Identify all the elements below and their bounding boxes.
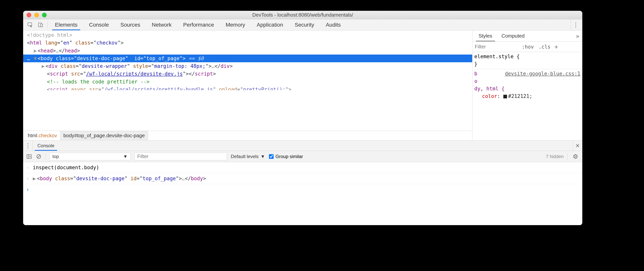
- console-result[interactable]: ‹ ▶ <body class="devsite-doc-page" id="t…: [23, 173, 582, 184]
- dom-tree[interactable]: <!doctype html> <html lang="en" class="c…: [23, 30, 472, 131]
- tab-performance[interactable]: Performance: [178, 19, 220, 30]
- expand-toggle-icon[interactable]: ▶: [41, 62, 46, 70]
- div-node[interactable]: ▶<div class="devsite-wrapper" style="mar…: [27, 62, 472, 70]
- tab-label: Performance: [183, 22, 214, 28]
- output-icon: ‹: [26, 174, 33, 183]
- doctype-node[interactable]: <!doctype html>: [27, 32, 72, 38]
- tab-label: Computed: [502, 33, 525, 39]
- collapse-toggle-icon[interactable]: ▼: [33, 54, 38, 62]
- divider: [48, 21, 48, 29]
- rule-selector-part: o: [474, 78, 580, 85]
- tab-label: Audits: [326, 22, 341, 28]
- styles-sidebar: Styles Computed » :hov .cls ＋ element.st…: [472, 30, 582, 140]
- console-filter-input[interactable]: [134, 153, 227, 160]
- inspect-element-icon[interactable]: [25, 19, 36, 30]
- script-node-2[interactable]: <script async src="/wf-local/scripts/pre…: [27, 86, 472, 90]
- drawer-tab-console[interactable]: Console: [33, 140, 59, 151]
- color-swatch[interactable]: [503, 95, 507, 98]
- style-rules[interactable]: element.style { } b devsite-google-blue.…: [472, 52, 582, 140]
- breadcrumb: html.checkov body#top_of_page.devsite-do…: [23, 131, 472, 140]
- tab-network[interactable]: Network: [146, 19, 178, 30]
- tab-label: Elements: [55, 22, 78, 28]
- script-node-1[interactable]: <script src="/wf-local/scripts/devsite-d…: [27, 70, 472, 78]
- show-sidebar-icon[interactable]: [26, 154, 32, 160]
- tab-label: Application: [257, 22, 283, 28]
- context-select[interactable]: top ▼: [50, 153, 130, 160]
- tab-security[interactable]: Security: [289, 19, 320, 30]
- console-toolbar: top ▼ Default levels ▼ Group similar 7 h…: [23, 151, 582, 162]
- prompt-icon: ›: [26, 185, 33, 194]
- console-drawer: ⋮ Console × top ▼ Default levels ▼: [23, 140, 582, 225]
- more-tabs-icon[interactable]: »: [576, 30, 582, 42]
- context-value: top: [52, 154, 59, 159]
- body-node-selected[interactable]: … ▼<body class="devsite-doc-page" id="to…: [23, 54, 472, 62]
- more-menu-icon[interactable]: ⋮: [571, 19, 580, 30]
- rule-selector-part: dy, html {: [474, 86, 504, 92]
- expand-toggle-icon[interactable]: ▶: [33, 174, 36, 183]
- rule-source-link[interactable]: devsite-google-blue.css:1: [505, 70, 580, 78]
- close-drawer-icon[interactable]: ×: [573, 140, 582, 151]
- drawer-tab-strip: ⋮ Console ×: [23, 140, 582, 151]
- computed-tab[interactable]: Computed: [497, 30, 529, 42]
- window-titlebar: DevTools - localhost:8080/web/fundamenta…: [23, 11, 582, 19]
- group-similar-checkbox[interactable]: Group similar: [269, 154, 303, 159]
- styles-filter-input[interactable]: [475, 43, 519, 50]
- styles-filter-bar: :hov .cls ＋: [472, 42, 582, 52]
- divider: [568, 153, 568, 160]
- svg-line-6: [38, 155, 40, 158]
- drawer-menu-icon[interactable]: ⋮: [23, 140, 33, 151]
- console-input-echo[interactable]: › inspect(document.body): [23, 162, 582, 173]
- devtools-window: DevTools - localhost:8080/web/fundamenta…: [23, 11, 582, 225]
- group-similar-input[interactable]: [269, 154, 274, 159]
- divider: [46, 153, 46, 160]
- group-similar-label: Group similar: [276, 154, 303, 159]
- rule-selector: element.style {: [474, 54, 520, 59]
- tab-sources[interactable]: Sources: [114, 19, 146, 30]
- tab-memory[interactable]: Memory: [220, 19, 251, 30]
- tab-application[interactable]: Application: [251, 19, 289, 30]
- head-node[interactable]: ▶<head>…</head>: [27, 47, 472, 54]
- new-style-rule-icon[interactable]: ＋: [553, 42, 559, 51]
- comment-node[interactable]: <!-- loads the code prettifier -->: [27, 78, 472, 86]
- tab-label: Console: [38, 143, 54, 148]
- console-prompt[interactable]: ›: [23, 184, 582, 195]
- css-property-value[interactable]: #212121: [508, 93, 530, 99]
- clear-console-icon[interactable]: [36, 154, 42, 160]
- main-area: <!doctype html> <html lang="en" class="c…: [23, 30, 582, 140]
- elements-panel: <!doctype html> <html lang="en" class="c…: [23, 30, 472, 140]
- tab-console[interactable]: Console: [83, 19, 115, 30]
- levels-label: Default levels: [231, 154, 258, 159]
- window-title: DevTools - localhost:8080/web/fundamenta…: [23, 12, 582, 18]
- console-settings-icon[interactable]: ⚙: [572, 153, 579, 160]
- tab-elements[interactable]: Elements: [49, 19, 83, 30]
- breadcrumb-html[interactable]: html.checkov: [25, 132, 60, 140]
- chevron-down-icon: ▼: [123, 154, 128, 159]
- tab-label: Security: [294, 22, 314, 28]
- log-levels-select[interactable]: Default levels ▼: [231, 154, 265, 159]
- rule-selector-part: b: [474, 70, 478, 78]
- main-tab-strip: Elements Console Sources Network Perform…: [23, 19, 582, 30]
- hidden-messages-count[interactable]: 7 hidden: [546, 154, 564, 159]
- cls-toggle[interactable]: .cls: [536, 44, 552, 50]
- console-command-text: inspect(document.body): [33, 163, 99, 172]
- device-toolbar-icon[interactable]: [36, 19, 46, 30]
- css-rule[interactable]: b devsite-google-blue.css:1 o dy, html {…: [474, 69, 580, 100]
- console-body: › inspect(document.body) ‹ ▶ <body class…: [23, 162, 582, 225]
- html-open-tag[interactable]: <html lang="en" class="checkov">: [27, 39, 472, 47]
- tab-label: Network: [152, 22, 172, 28]
- hov-toggle[interactable]: :hov: [520, 44, 536, 50]
- element-style-rule[interactable]: element.style { }: [474, 53, 580, 68]
- svg-rect-2: [41, 24, 42, 27]
- tab-label: Styles: [478, 33, 492, 39]
- css-property-name[interactable]: color: [482, 93, 497, 99]
- breadcrumb-body[interactable]: body#top_of_page.devsite-doc-page: [60, 131, 148, 140]
- rule-close: }: [474, 61, 478, 67]
- tab-label: Memory: [226, 22, 245, 28]
- chevron-down-icon: ▼: [260, 154, 265, 159]
- styles-tab-strip: Styles Computed »: [472, 30, 582, 42]
- expand-toggle-icon[interactable]: ▶: [33, 47, 38, 54]
- styles-tab[interactable]: Styles: [474, 30, 497, 42]
- tab-label: Console: [89, 22, 109, 28]
- input-icon: ›: [26, 163, 33, 172]
- tab-audits[interactable]: Audits: [320, 19, 346, 30]
